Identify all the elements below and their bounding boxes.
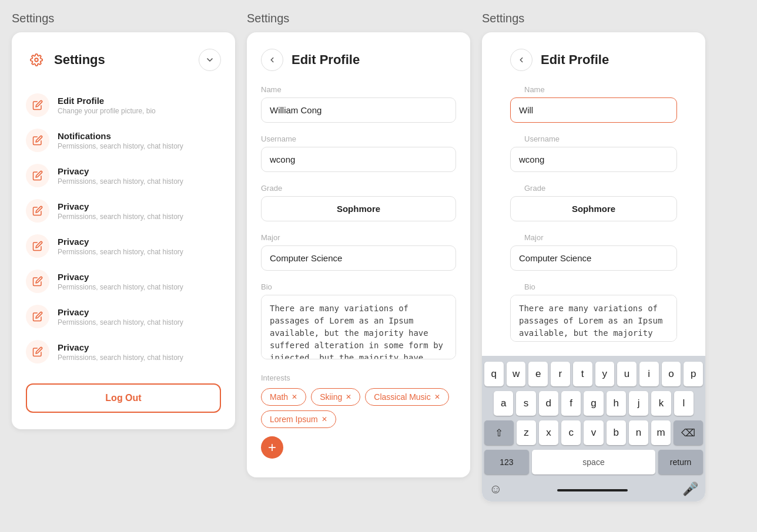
key-u[interactable]: u xyxy=(617,362,637,386)
back-button[interactable] xyxy=(261,49,283,71)
back-button-2[interactable] xyxy=(510,49,532,71)
grade-label: Grade xyxy=(261,184,456,193)
key-s[interactable]: s xyxy=(516,391,535,416)
key-a[interactable]: a xyxy=(494,391,513,416)
edit-profile-title-2: Edit Profile xyxy=(541,52,609,68)
username-input-2[interactable] xyxy=(510,147,677,172)
grade-button[interactable]: Sophmore xyxy=(261,196,456,221)
item-subtitle: Permissions, search history, chat histor… xyxy=(58,142,183,150)
key-n[interactable]: n xyxy=(629,420,648,445)
edit-profile-header-2: Edit Profile xyxy=(496,49,691,71)
edit-profile-icon-wrap xyxy=(26,93,49,117)
name-label-2: Name xyxy=(510,85,677,94)
settings-item-privacy-2[interactable]: Privacy Permissions, search history, cha… xyxy=(26,193,221,228)
remove-math-button[interactable]: ✕ xyxy=(292,393,297,401)
bio-label-2: Bio xyxy=(510,282,677,291)
key-x[interactable]: x xyxy=(539,420,558,445)
interest-tag-classical: Classical Music ✕ xyxy=(365,388,448,406)
chevron-down-button[interactable] xyxy=(199,49,221,71)
key-q[interactable]: q xyxy=(484,362,504,386)
key-c[interactable]: c xyxy=(561,420,581,445)
bio-textarea[interactable]: There are many variations of passages of… xyxy=(261,295,456,359)
item-title: Privacy xyxy=(58,272,183,282)
remove-lorem-button[interactable]: ✕ xyxy=(321,415,327,423)
key-p[interactable]: p xyxy=(684,362,703,386)
panel-2-title: Settings xyxy=(247,12,289,25)
interest-tag-skiing: Skiing ✕ xyxy=(311,388,360,406)
gear-icon xyxy=(26,49,47,70)
logout-button[interactable]: Log Out xyxy=(26,383,221,413)
item-subtitle: Permissions, search history, chat histor… xyxy=(58,213,183,221)
panel-1-title: Settings xyxy=(12,12,54,25)
settings-item-privacy-5[interactable]: Privacy Permissions, search history, cha… xyxy=(26,299,221,334)
key-g[interactable]: g xyxy=(584,391,603,416)
key-o[interactable]: o xyxy=(662,362,681,386)
item-title: Privacy xyxy=(58,237,183,247)
major-input[interactable] xyxy=(261,245,456,271)
key-b[interactable]: b xyxy=(607,420,626,445)
key-k[interactable]: k xyxy=(651,391,671,416)
name-input-active[interactable] xyxy=(510,97,677,123)
emoji-button[interactable]: ☺ xyxy=(489,482,502,497)
name-input[interactable] xyxy=(261,97,456,123)
key-m[interactable]: m xyxy=(651,420,671,445)
key-f[interactable]: f xyxy=(561,391,581,416)
key-return[interactable]: return xyxy=(658,450,703,474)
key-w[interactable]: w xyxy=(507,362,526,386)
grade-field-group-2: Grade Sophmore xyxy=(496,184,691,231)
panel-3-wrapper: Settings Edit Profile Name Username Grad… xyxy=(482,12,705,501)
key-shift[interactable]: ⇧ xyxy=(484,420,514,445)
microphone-button[interactable]: 🎤 xyxy=(682,482,698,497)
name-field-group: Name xyxy=(261,85,456,132)
interest-tag-label: Lorem Ipsum xyxy=(270,415,318,424)
interests-field-group: Interests Math ✕ Skiing ✕ Classical Musi… xyxy=(261,373,456,459)
remove-skiing-button[interactable]: ✕ xyxy=(346,393,351,401)
item-subtitle: Permissions, search history, chat histor… xyxy=(58,283,183,291)
settings-item-privacy-1[interactable]: Privacy Permissions, search history, cha… xyxy=(26,158,221,193)
grade-label-2: Grade xyxy=(510,184,677,193)
key-backspace[interactable]: ⌫ xyxy=(674,420,703,445)
interests-label: Interests xyxy=(261,373,456,382)
key-123[interactable]: 123 xyxy=(484,450,529,474)
settings-item-privacy-3[interactable]: Privacy Permissions, search history, cha… xyxy=(26,228,221,264)
key-i[interactable]: i xyxy=(639,362,659,386)
settings-item-privacy-6[interactable]: Privacy Permissions, search history, cha… xyxy=(26,334,221,369)
interest-tag-label: Math xyxy=(270,392,288,402)
major-input-2[interactable] xyxy=(510,245,677,271)
username-input[interactable] xyxy=(261,147,456,172)
item-subtitle: Permissions, search history, chat histor… xyxy=(58,177,183,186)
key-d[interactable]: d xyxy=(539,391,558,416)
item-subtitle: Permissions, search history, chat histor… xyxy=(58,318,183,326)
key-e[interactable]: e xyxy=(528,362,548,386)
key-j[interactable]: j xyxy=(629,391,648,416)
settings-panel: Settings Edit Profile Change your profil… xyxy=(12,32,235,429)
username-field-group-2: Username xyxy=(496,134,691,181)
settings-item-privacy-4[interactable]: Privacy Permissions, search history, cha… xyxy=(26,264,221,299)
remove-classical-button[interactable]: ✕ xyxy=(434,393,440,401)
key-t[interactable]: t xyxy=(573,362,592,386)
add-interest-button[interactable]: + xyxy=(261,436,283,459)
key-l[interactable]: l xyxy=(674,391,694,416)
interest-tag-label: Classical Music xyxy=(374,392,430,402)
key-v[interactable]: v xyxy=(584,420,603,445)
key-h[interactable]: h xyxy=(607,391,626,416)
key-y[interactable]: y xyxy=(595,362,615,386)
username-label-2: Username xyxy=(510,134,677,143)
settings-header: Settings xyxy=(26,49,221,71)
svg-point-0 xyxy=(35,58,38,62)
edit-profile-title: Edit Profile xyxy=(292,52,360,68)
settings-item-notifications[interactable]: Notifications Permissions, search histor… xyxy=(26,123,221,158)
key-z[interactable]: z xyxy=(517,420,536,445)
item-title: Edit Profile xyxy=(58,96,156,106)
settings-items-list: Edit Profile Change your profile picture… xyxy=(26,87,221,369)
item-title: Privacy xyxy=(58,201,183,211)
key-r[interactable]: r xyxy=(551,362,570,386)
keyboard-row-3: ⇧ z x c v b n m ⌫ xyxy=(484,420,703,445)
settings-main-title: Settings xyxy=(54,52,105,68)
keyboard-row-4: 123 space return xyxy=(484,450,703,474)
grade-button-2[interactable]: Sophmore xyxy=(510,196,677,221)
settings-item-edit-profile[interactable]: Edit Profile Change your profile picture… xyxy=(26,87,221,123)
interest-tag-label: Skiing xyxy=(320,392,342,402)
key-space[interactable]: space xyxy=(532,450,655,474)
bio-textarea-2[interactable]: There are many variations of passages of… xyxy=(510,295,677,342)
